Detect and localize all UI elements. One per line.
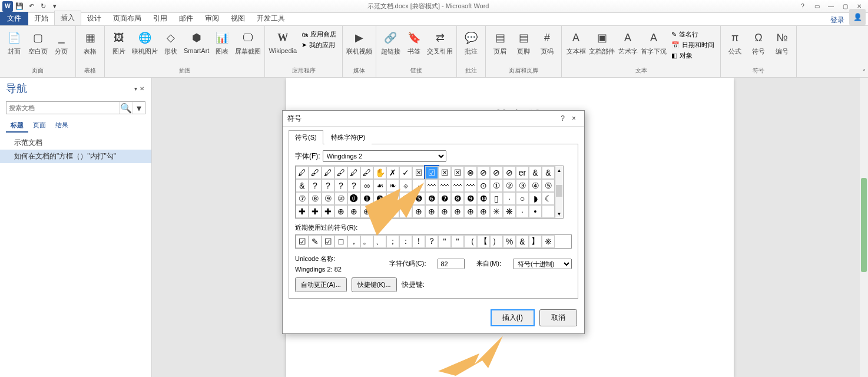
- symbol-cell[interactable]: 🖋: [360, 166, 373, 179]
- recent-symbol-cell[interactable]: ☑: [296, 235, 309, 248]
- scrollbar-thumb[interactable]: [861, 178, 867, 272]
- symbol-cell[interactable]: ❿: [477, 192, 490, 205]
- symbol-cell[interactable]: ⑦: [296, 192, 309, 205]
- symbol-cell[interactable]: ⑩: [334, 192, 347, 205]
- tab-审阅[interactable]: 审阅: [199, 12, 225, 25]
- code-input[interactable]: [438, 259, 465, 269]
- tab-symbols[interactable]: 符号(S): [289, 130, 323, 144]
- recent-symbol-cell[interactable]: ）: [490, 235, 503, 248]
- symbol-cell[interactable]: &: [296, 179, 309, 192]
- recent-symbol-cell[interactable]: &: [516, 235, 529, 248]
- cmd-对象[interactable]: ◧对象: [669, 51, 717, 61]
- symbol-cell[interactable]: 🖋: [309, 166, 322, 179]
- tab-视图[interactable]: 视图: [225, 12, 251, 25]
- symbol-cell[interactable]: ⊗: [464, 166, 477, 179]
- recent-symbol-cell[interactable]: 【: [477, 235, 490, 248]
- symbol-cell[interactable]: ⊕: [412, 205, 425, 218]
- symbol-cell[interactable]: ❋: [503, 205, 516, 218]
- scroll-thumb[interactable]: [556, 185, 562, 197]
- cmd-联机视频[interactable]: ▶联机视频: [346, 29, 372, 56]
- cmd-批注[interactable]: 💬批注: [460, 29, 482, 56]
- search-dropdown-icon[interactable]: ▾: [132, 102, 145, 114]
- cmd-分页[interactable]: ⎯分页: [51, 29, 72, 56]
- recent-symbol-cell[interactable]: ！: [412, 235, 425, 248]
- nav-tab-结果[interactable]: 结果: [51, 119, 73, 133]
- symbol-cell[interactable]: ❸: [386, 192, 399, 205]
- symbol-cell[interactable]: ⊕: [425, 205, 438, 218]
- symbol-cell[interactable]: 🖊: [347, 166, 360, 179]
- recent-symbol-cell[interactable]: （: [464, 235, 477, 248]
- tab-file[interactable]: 文件: [0, 12, 28, 25]
- avatar-icon[interactable]: 👤: [849, 9, 866, 25]
- symbol-cell[interactable]: ❹: [399, 192, 412, 205]
- symbol-cell[interactable]: ⊕: [399, 205, 412, 218]
- from-select[interactable]: 符号(十进制): [513, 259, 572, 269]
- symbol-cell[interactable]: ⟐: [399, 179, 412, 192]
- symbol-cell[interactable]: ·: [412, 179, 425, 192]
- cmd-屏幕截图[interactable]: 🖵屏幕截图: [235, 29, 261, 56]
- symbol-cell[interactable]: ⊘: [490, 166, 503, 179]
- nav-tab-页面[interactable]: 页面: [28, 119, 51, 133]
- cmd-文本框[interactable]: A文本框: [565, 29, 587, 56]
- symbol-cell[interactable]: 🖊: [322, 166, 334, 179]
- cmd-首字下沉[interactable]: A首字下沉: [641, 29, 667, 56]
- symbol-cell[interactable]: ④: [529, 179, 542, 192]
- symbol-cell[interactable]: ❼: [438, 192, 451, 205]
- symbol-cell[interactable]: ☒: [451, 166, 464, 179]
- symbol-cell[interactable]: er: [516, 166, 529, 179]
- symbol-cell[interactable]: ✗: [386, 166, 399, 179]
- cmd-封面[interactable]: 📄封面: [4, 29, 25, 56]
- symbol-cell[interactable]: ⑧: [309, 192, 322, 205]
- symbol-cell[interactable]: ⊙: [477, 179, 490, 192]
- tab-special-chars[interactable]: 特殊字符(P): [324, 130, 372, 144]
- cmd-艺术字[interactable]: A艺术字: [617, 29, 638, 56]
- symbol-cell[interactable]: ⊕: [451, 205, 464, 218]
- symbol-cell[interactable]: •: [529, 205, 542, 218]
- symbol-cell[interactable]: ✓: [399, 166, 412, 179]
- symbol-cell[interactable]: ⊕: [464, 205, 477, 218]
- cmd-表格[interactable]: ▦表格: [79, 29, 101, 56]
- insert-button[interactable]: 插入(I): [491, 309, 535, 326]
- undo-icon[interactable]: ↶: [26, 1, 37, 12]
- nav-heading-item[interactable]: 如何在文档的"方框（）"内打"勾": [0, 150, 151, 163]
- symbol-cell[interactable]: ⑤: [542, 179, 555, 192]
- help-icon[interactable]: ?: [796, 1, 809, 12]
- recent-symbol-cell[interactable]: ☑: [322, 235, 334, 248]
- symbol-cell[interactable]: ✚: [296, 205, 309, 218]
- tab-设计[interactable]: 设计: [81, 12, 107, 25]
- cmd-页脚[interactable]: ▤页脚: [513, 29, 534, 56]
- symbol-cell[interactable]: ❶: [360, 192, 373, 205]
- symbol-cell[interactable]: 🖊: [296, 166, 309, 179]
- cmd-形状[interactable]: ◇形状: [160, 29, 181, 56]
- symbol-cell[interactable]: ❻: [425, 192, 438, 205]
- minimize-icon[interactable]: —: [824, 1, 837, 12]
- symbol-cell[interactable]: ❺: [412, 192, 425, 205]
- cmd-签名行[interactable]: ✎签名行: [669, 29, 717, 39]
- recent-symbol-cell[interactable]: ※: [542, 235, 555, 248]
- symbol-cell[interactable]: ☒: [412, 166, 425, 179]
- recent-symbol-cell[interactable]: ✎: [309, 235, 322, 248]
- symbol-cell[interactable]: ⊕: [438, 205, 451, 218]
- cmd-图片[interactable]: 🖼图片: [108, 29, 130, 56]
- nav-tab-标题[interactable]: 标题: [6, 119, 28, 133]
- symbol-cell[interactable]: ·: [516, 205, 529, 218]
- symbol-cell[interactable]: ①: [490, 179, 503, 192]
- symbol-cell[interactable]: ☑: [425, 166, 438, 179]
- symbol-cell[interactable]: 〰: [451, 179, 464, 192]
- symbol-cell[interactable]: ☙: [373, 179, 386, 192]
- cmd-SmartArt[interactable]: ⬢SmartArt: [184, 29, 209, 54]
- cmd-页码[interactable]: #页码: [536, 29, 558, 56]
- autocorrect-button[interactable]: 自动更正(A)...: [295, 277, 347, 292]
- symbol-cell[interactable]: ⊕: [477, 205, 490, 218]
- collapse-ribbon-icon[interactable]: ˄: [863, 68, 866, 75]
- cmd-符号[interactable]: Ω符号: [748, 29, 769, 56]
- symbol-cell[interactable]: ?: [309, 179, 322, 192]
- shortcut-key-button[interactable]: 快捷键(K)...: [352, 277, 397, 292]
- symbol-cell[interactable]: ✚: [309, 205, 322, 218]
- symbol-cell[interactable]: ❾: [464, 192, 477, 205]
- cmd-公式[interactable]: π公式: [724, 29, 746, 56]
- tab-邮件[interactable]: 邮件: [173, 12, 199, 25]
- cmd-应用商店[interactable]: 🛍应用商店: [299, 29, 339, 39]
- symbol-cell[interactable]: ✋: [373, 166, 386, 179]
- recent-symbol-cell[interactable]: 。: [360, 235, 373, 248]
